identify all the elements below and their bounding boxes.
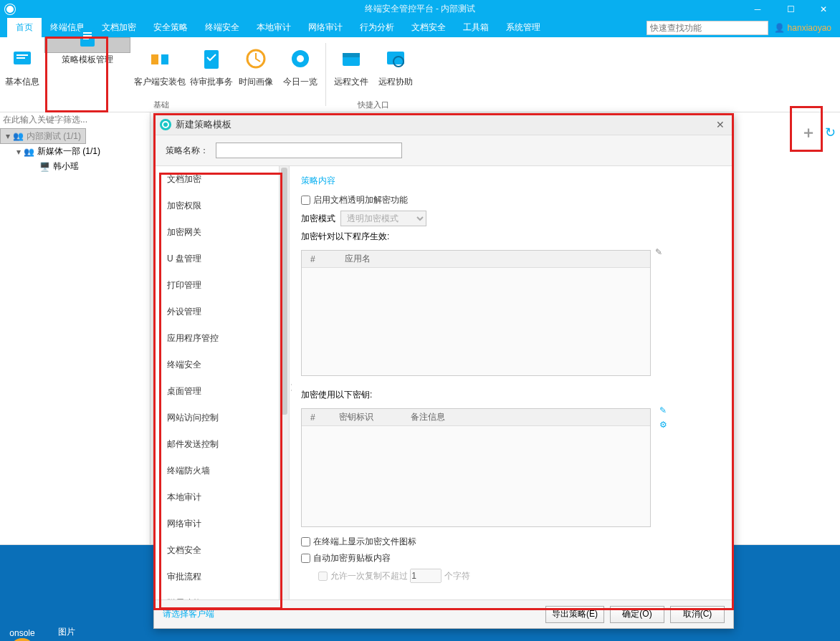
svg-rect-2 <box>16 57 25 59</box>
dialog-sidebar: 文档加密 加密权限 加密网关 U 盘管理 打印管理 外设管理 应用程序管控 终端… <box>154 166 280 599</box>
menu-tab-behavior[interactable]: 行为分析 <box>351 18 403 37</box>
side-print[interactable]: 打印管理 <box>154 272 279 299</box>
key-table: #密钥标识备注信息 <box>301 408 651 527</box>
mode-label: 加密模式 <box>301 213 335 225</box>
menubar: 首页 终端信息 文档加密 安全策略 终端安全 本地审计 网络审计 行为分析 文档… <box>0 18 840 37</box>
toolbar: 基本信息 策略模板管理 客户端安装包 待审批事务 时间画像 今日一览 基础 远程… <box>0 37 840 112</box>
dialog-footer: 请选择客户端 导出策略(E) 确定(O) 取消(C) <box>154 599 733 628</box>
menu-tab-network-audit[interactable]: 网络审计 <box>300 18 351 37</box>
key-edit-icon[interactable]: ✎ <box>659 405 667 415</box>
svg-point-12 <box>297 55 304 62</box>
menu-tab-doc-encrypt[interactable]: 文档加密 <box>93 18 145 37</box>
user-label[interactable]: 👤 hanxiaoyao <box>774 23 840 33</box>
desktop-icon-cc[interactable]: cc <box>44 638 89 641</box>
desktop-icon-restore[interactable]: P一键还原 <box>0 636 44 641</box>
svg-rect-8 <box>161 54 168 64</box>
minimize-button[interactable]: ─ <box>741 0 774 18</box>
tree-filter-input[interactable] <box>0 112 150 127</box>
side-app-control[interactable]: 应用程序管控 <box>154 325 279 352</box>
key-col-id: 密钥标识 <box>330 411 402 423</box>
svg-rect-14 <box>343 53 360 57</box>
menu-tab-local-audit[interactable]: 本地审计 <box>248 18 300 37</box>
side-web-access[interactable]: 网站访问控制 <box>154 405 279 431</box>
effective-label: 加密针对以下程序生效: <box>301 231 389 243</box>
titlebar: 终端安全管控平台 - 内部测试 ─ ☐ ✕ <box>0 0 840 18</box>
auto-clip-checkbox[interactable] <box>301 554 310 563</box>
cancel-button[interactable]: 取消(C) <box>670 606 725 623</box>
dialog-title: 新建策略模板 <box>176 118 713 131</box>
tb-policy-template[interactable]: 策略模板管理 <box>44 37 130 53</box>
key-col-num: # <box>302 413 330 423</box>
window-title: 终端安全管控平台 - 内部测试 <box>365 3 476 15</box>
dialog-icon <box>160 119 171 130</box>
show-icon-checkbox[interactable] <box>301 537 310 546</box>
side-doc-sec[interactable]: 文档安全 <box>154 537 279 564</box>
policy-name-input[interactable] <box>216 143 402 158</box>
user-icon: 🖥️ <box>39 161 50 173</box>
enable-encrypt-checkbox[interactable] <box>301 196 310 205</box>
menu-tab-terminal-security[interactable]: 终端安全 <box>196 18 248 37</box>
app-col-num: # <box>302 254 336 264</box>
close-button[interactable]: ✕ <box>807 0 840 18</box>
auto-clip-label: 自动加密剪贴板内容 <box>313 552 391 564</box>
sidebar-scrollbar[interactable] <box>280 166 290 599</box>
org-tree: ▾👥内部测试 (1/1) ▾👥新媒体一部 (1/1) 🖥️韩小瑶 <box>0 127 150 175</box>
menu-tab-home[interactable]: 首页 <box>7 18 42 37</box>
side-net-audit[interactable]: 网络审计 <box>154 511 279 537</box>
desktop-icon-pictures[interactable]: 图片 <box>44 593 89 638</box>
side-approval[interactable]: 审批流程 <box>154 564 279 590</box>
menu-tab-sysadmin[interactable]: 系统管理 <box>497 18 549 37</box>
tb-remote-file[interactable]: 远程文件 <box>329 37 373 98</box>
svg-rect-4 <box>83 32 92 34</box>
mode-select[interactable]: 透明加密模式 <box>340 211 426 226</box>
svg-rect-7 <box>151 54 158 64</box>
side-firewall[interactable]: 终端防火墙 <box>154 458 279 484</box>
desktop-icon-console[interactable]: onsole <box>0 595 44 638</box>
export-button[interactable]: 导出策略(E) <box>545 606 604 623</box>
dialog-close-button[interactable]: ✕ <box>713 119 727 130</box>
maximize-button[interactable]: ☐ <box>774 0 807 18</box>
side-enc-gateway[interactable]: 加密网关 <box>154 219 279 246</box>
menu-tab-doc-security[interactable]: 文档安全 <box>403 18 454 37</box>
side-terminal-sec[interactable]: 终端安全 <box>154 352 279 378</box>
side-mail[interactable]: 邮件发送控制 <box>154 431 279 458</box>
menu-tab-security-policy[interactable]: 安全策略 <box>145 18 196 37</box>
tree-node-user[interactable]: 🖥️韩小瑶 <box>0 159 150 174</box>
svg-point-17 <box>9 638 35 641</box>
tree-node-dept[interactable]: ▾👥新媒体一部 (1/1) <box>0 144 150 159</box>
copy-limit-input <box>410 569 442 583</box>
side-usb[interactable]: U 盘管理 <box>154 246 279 272</box>
refresh-button[interactable]: ↻ <box>825 125 836 140</box>
footer-hint[interactable]: 请选择客户端 <box>163 608 214 620</box>
search-input[interactable] <box>646 21 768 35</box>
tree-node-root[interactable]: ▾👥内部测试 (1/1) <box>0 128 86 144</box>
side-enc-perm[interactable]: 加密权限 <box>154 193 279 219</box>
key-settings-icon[interactable]: ⚙ <box>659 420 667 430</box>
side-doc-encrypt[interactable]: 文档加密 <box>154 166 279 193</box>
new-policy-dialog: 新建策略模板 ✕ 策略名称： 文档加密 加密权限 加密网关 U 盘管理 打印管理… <box>153 113 734 629</box>
dialog-titlebar: 新建策略模板 ✕ <box>154 114 733 135</box>
menu-tab-toolbox[interactable]: 工具箱 <box>454 18 497 37</box>
add-button[interactable]: ＋ <box>798 122 819 143</box>
enable-encrypt-label: 启用文档透明加解密功能 <box>313 194 408 206</box>
tb-remote-assist[interactable]: 远程协助 <box>373 37 418 98</box>
user-name: hanxiaoyao <box>788 23 831 33</box>
tb-time-profile[interactable]: 时间画像 <box>234 37 278 98</box>
tb-today[interactable]: 今日一览 <box>278 37 323 98</box>
splitter-grip[interactable]: ⋮⋮ <box>290 381 293 392</box>
side-peripheral[interactable]: 外设管理 <box>154 299 279 325</box>
side-local-audit[interactable]: 本地审计 <box>154 484 279 511</box>
dialog-content: ⋮⋮ 策略内容 启用文档透明加解密功能 加密模式 透明加密模式 加密针对以下程序… <box>290 166 733 599</box>
copy-limit-checkbox <box>318 572 328 581</box>
svg-rect-5 <box>83 35 92 37</box>
app-table: #应用名 <box>301 250 651 376</box>
svg-rect-3 <box>80 28 95 47</box>
ok-button[interactable]: 确定(O) <box>610 606 664 623</box>
side-desktop[interactable]: 桌面管理 <box>154 378 279 405</box>
tb-basic-info[interactable]: 基本信息 <box>0 37 44 98</box>
tb-pending[interactable]: 待审批事务 <box>189 37 234 98</box>
app-edit-icon[interactable]: ✎ <box>655 247 662 257</box>
app-logo-icon <box>4 4 16 15</box>
side-extra[interactable]: 附属功能 <box>154 590 279 599</box>
tb-client-pkg[interactable]: 客户端安装包 <box>130 37 189 98</box>
